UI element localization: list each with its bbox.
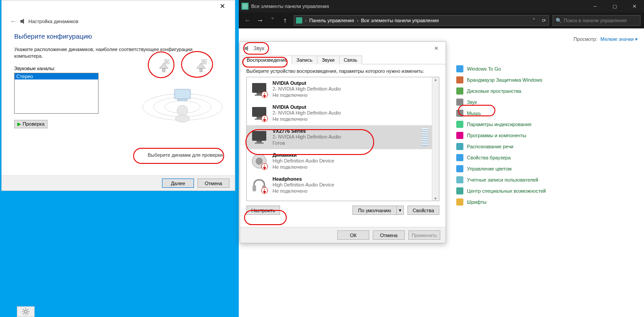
device-icon xyxy=(250,176,268,194)
cp-item-12[interactable]: Шрифты xyxy=(456,196,567,207)
search-icon: 🔍 xyxy=(556,18,562,24)
device-desc: 2- NVIDIA High Definition Audio xyxy=(273,134,341,140)
playback-hint: Выберите устройство воспроизведения, пар… xyxy=(246,68,439,74)
scroll-up-icon[interactable]: ▴ xyxy=(435,77,437,82)
device-name: NVIDIA Output xyxy=(273,80,341,87)
svg-text:П: П xyxy=(203,60,205,63)
svg-rect-30 xyxy=(245,47,246,50)
device-status: Не подключено xyxy=(273,92,341,99)
info-text: Выберите динамик для проверки. xyxy=(148,152,224,158)
nav-history-icon[interactable]: ˅ xyxy=(267,15,278,26)
svg-rect-19 xyxy=(456,87,463,95)
cp-item-icon xyxy=(456,121,463,128)
ok-button[interactable]: ОК xyxy=(337,230,369,240)
cp-item-4[interactable]: Мышь xyxy=(456,107,567,119)
search-input[interactable]: 🔍 Поиск в панели управления xyxy=(553,15,640,26)
close-icon[interactable]: ✕ xyxy=(213,2,231,12)
tab-Воспроизведение[interactable]: Воспроизведение xyxy=(242,55,292,64)
device-row-2[interactable]: VX2776 Series 2- NVIDIA High Definition … xyxy=(247,125,432,149)
svg-rect-15 xyxy=(242,4,248,9)
cp-item-icon xyxy=(456,187,463,194)
address-bar[interactable]: › Панель управления › Все элементы панел… xyxy=(294,15,549,26)
close-button[interactable]: ✕ xyxy=(624,0,644,12)
svg-rect-25 xyxy=(456,154,463,161)
cancel-button[interactable]: Отмена xyxy=(198,178,229,188)
cp-item-label: Дисковые пространства xyxy=(467,88,522,94)
minimize-button[interactable]: ─ xyxy=(585,0,605,12)
back-arrow-icon[interactable]: ← xyxy=(10,17,17,25)
cp-item-8[interactable]: Свойства браузера xyxy=(456,152,567,163)
svg-line-53 xyxy=(23,309,24,310)
maximize-button[interactable]: ▢ xyxy=(605,0,624,12)
device-row-3[interactable]: Динамики High Definition Audio Device Не… xyxy=(247,149,432,173)
speaker-illustration: Л П xyxy=(138,45,227,125)
view-label: Просмотр: xyxy=(573,36,597,42)
svg-rect-41 xyxy=(255,143,264,144)
channels-listbox[interactable]: Стерео xyxy=(14,73,99,114)
cp-item-5[interactable]: Параметры индексирования xyxy=(456,119,567,130)
cp-item-9[interactable]: Управление цветом xyxy=(456,163,567,174)
device-icon xyxy=(250,152,268,170)
device-row-4[interactable]: Headphones High Definition Audio Device … xyxy=(247,173,432,197)
set-default-button[interactable]: По умолчанию ▼ xyxy=(352,206,404,215)
cp-item-10[interactable]: Учетные записи пользователей xyxy=(456,174,567,185)
cp-item-6[interactable]: Программы и компоненты xyxy=(456,130,567,141)
addr-dropdown-icon[interactable]: ˅ xyxy=(529,18,539,24)
cp-item-label: Параметры индексирования xyxy=(467,122,531,127)
cp-item-0[interactable]: Windows To Go xyxy=(456,63,567,74)
scroll-down-icon[interactable]: ▾ xyxy=(435,196,437,201)
nav-back-icon[interactable]: ← xyxy=(242,15,253,26)
level-meter xyxy=(422,128,428,146)
cp-item-11[interactable]: Центр специальных возможностей xyxy=(456,185,567,196)
nav-up-icon[interactable]: ↑ xyxy=(280,15,290,26)
svg-rect-27 xyxy=(456,176,463,183)
taskbar-settings-icon[interactable] xyxy=(17,306,35,317)
svg-rect-11 xyxy=(178,99,187,101)
cp-item-icon xyxy=(456,176,463,183)
breadcrumb-1[interactable]: Панель управления xyxy=(309,18,354,23)
tab-Связь[interactable]: Связь xyxy=(339,55,362,64)
view-value[interactable]: Мелкие значки ▾ xyxy=(601,36,638,42)
cancel-button[interactable]: Отмена xyxy=(373,230,405,240)
close-icon[interactable]: ✕ xyxy=(431,45,442,52)
play-icon: ▶ xyxy=(17,121,21,127)
nav-forward-icon[interactable]: → xyxy=(255,15,265,26)
device-name: Динамики xyxy=(273,152,334,158)
channel-option-stereo[interactable]: Стерео xyxy=(15,73,98,79)
cp-item-3[interactable]: Звук xyxy=(456,96,567,107)
device-row-1[interactable]: NVIDIA Output 2- NVIDIA High Definition … xyxy=(247,101,432,125)
svg-rect-16 xyxy=(296,17,302,24)
svg-rect-20 xyxy=(456,99,463,106)
device-desc: 2- NVIDIA High Definition Audio xyxy=(273,86,341,92)
svg-rect-18 xyxy=(456,76,463,83)
chevron-down-icon[interactable]: ▼ xyxy=(397,206,404,215)
scrollbar[interactable]: ▴▾ xyxy=(432,77,439,201)
breadcrumb-2[interactable]: Все элементы панели управления xyxy=(361,18,439,23)
cp-item-icon xyxy=(456,154,463,161)
apply-button[interactable]: Применить xyxy=(408,230,440,240)
tab-Запись[interactable]: Запись xyxy=(292,55,317,64)
dialog-title: Настройка динамиков xyxy=(28,19,79,24)
svg-rect-39 xyxy=(252,131,266,141)
refresh-icon[interactable]: ⟳ xyxy=(539,18,549,24)
next-button[interactable]: Далее xyxy=(162,178,194,188)
cp-item-7[interactable]: Распознавание речи xyxy=(456,141,567,152)
properties-button[interactable]: Свойства xyxy=(407,206,439,215)
svg-rect-32 xyxy=(257,93,262,95)
device-row-0[interactable]: NVIDIA Output 2- NVIDIA High Definition … xyxy=(247,77,432,101)
cp-item-icon xyxy=(456,65,463,72)
cp-item-label: Мышь xyxy=(467,111,481,116)
cp-item-2[interactable]: Дисковые пространства xyxy=(456,85,567,96)
test-button[interactable]: ▶ Проверка xyxy=(14,120,47,128)
tab-Звуки[interactable]: Звуки xyxy=(317,55,340,64)
cp-item-icon xyxy=(456,110,463,117)
cp-item-label: Звук xyxy=(467,99,477,105)
cp-item-1[interactable]: Брандмауэр Защитника Windows xyxy=(456,74,567,85)
cp-item-label: Свойства браузера xyxy=(467,155,511,160)
configure-button[interactable]: Настроить xyxy=(246,206,280,215)
window-title: Все элементы панели управления xyxy=(251,4,329,9)
svg-line-54 xyxy=(28,313,28,314)
speaker-setup-dialog: ✕ ← Настройка динамиков Выберите конфигу… xyxy=(1,0,235,191)
cp-item-label: Windows To Go xyxy=(467,66,501,71)
svg-rect-36 xyxy=(257,117,262,119)
